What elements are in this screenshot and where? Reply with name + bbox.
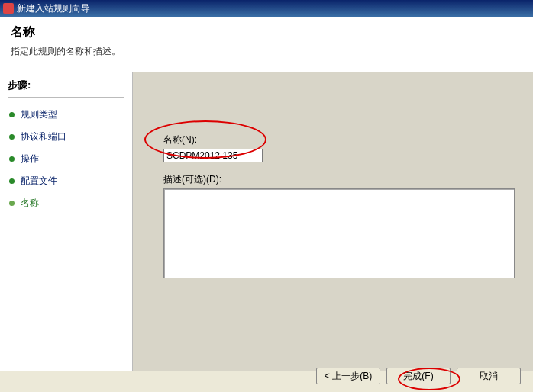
sidebar: 步骤: 规则类型 协议和端口 操作 配置文件 名称 — [0, 72, 132, 371]
description-group: 描述(可选)(D): — [163, 173, 515, 281]
titlebar: 新建入站规则向导 — [0, 0, 533, 17]
finish-button[interactable]: 完成(F) — [386, 368, 451, 384]
sidebar-item-label: 名称 — [21, 197, 39, 210]
wizard-buttons: < 上一步(B) 完成(F) 取消 — [316, 368, 521, 384]
sidebar-item-label: 操作 — [21, 153, 39, 165]
sidebar-item-label: 协议和端口 — [21, 130, 66, 143]
bullet-icon — [9, 112, 15, 117]
sidebar-item-label: 配置文件 — [21, 175, 57, 188]
divider — [8, 97, 124, 98]
page-subtitle: 指定此规则的名称和描述。 — [11, 45, 522, 58]
main-panel: 名称(N): 描述(可选)(D): — [132, 72, 533, 371]
window-title: 新建入站规则向导 — [17, 2, 90, 15]
header-panel: 名称 指定此规则的名称和描述。 — [0, 17, 533, 72]
cancel-button[interactable]: 取消 — [457, 368, 521, 384]
sidebar-item-action[interactable]: 操作 — [8, 148, 124, 170]
app-icon — [3, 3, 14, 14]
name-input[interactable] — [163, 149, 263, 162]
steps-heading: 步骤: — [8, 79, 124, 92]
bullet-icon — [9, 178, 15, 184]
sidebar-item-label: 规则类型 — [21, 108, 57, 121]
sidebar-item-profile[interactable]: 配置文件 — [8, 170, 124, 192]
description-label: 描述(可选)(D): — [163, 173, 515, 186]
sidebar-item-protocol-port[interactable]: 协议和端口 — [8, 126, 124, 148]
description-input[interactable] — [163, 188, 515, 278]
bullet-icon — [9, 201, 15, 206]
sidebar-item-name[interactable]: 名称 — [8, 192, 124, 214]
bullet-icon — [9, 134, 15, 140]
name-group: 名称(N): — [163, 133, 515, 162]
page-title: 名称 — [11, 24, 522, 40]
sidebar-item-rule-type[interactable]: 规则类型 — [8, 104, 124, 126]
name-label: 名称(N): — [163, 133, 515, 146]
back-button[interactable]: < 上一步(B) — [316, 368, 380, 384]
body: 步骤: 规则类型 协议和端口 操作 配置文件 名称 名称(N): 描述(可选 — [0, 72, 533, 371]
bullet-icon — [9, 156, 15, 162]
